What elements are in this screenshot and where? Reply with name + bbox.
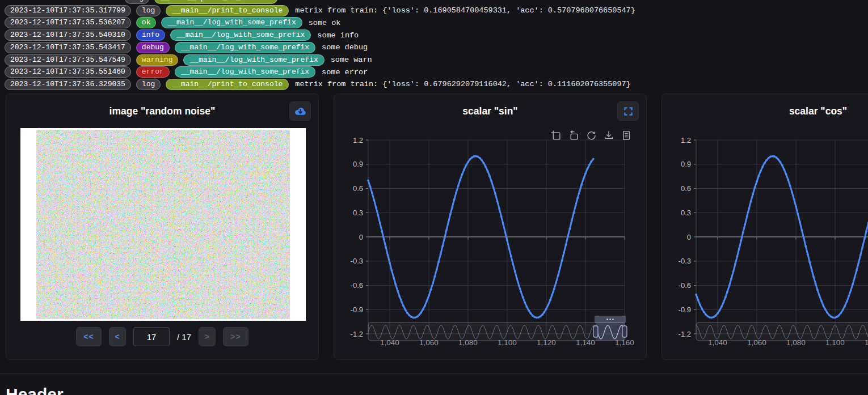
log-row: log __main__/print_to_console [5, 0, 635, 4]
log-message: some info [317, 31, 359, 40]
log-message: some error [322, 68, 368, 77]
log-prefix-badge: __main__/print_to_console [154, 0, 277, 4]
sin-chart-card: scalar "sin" 1.20.90.60.30-0.3-0.6-0.9 [334, 94, 647, 360]
download-image-button[interactable] [289, 101, 311, 121]
log-level-badge: warning [136, 54, 179, 66]
data-view-icon[interactable] [621, 130, 631, 141]
chart-toolbar [551, 130, 631, 141]
image-frame [20, 128, 306, 321]
page-number-input[interactable] [133, 327, 170, 346]
svg-text:-0.3: -0.3 [679, 257, 691, 265]
log-row: 2023-12-10T17:37:36.329035 log __main__/… [5, 79, 635, 90]
log-timestamp: 2023-12-10T17:37:35.540310 [5, 29, 131, 41]
first-page-button[interactable]: << [76, 327, 102, 346]
svg-text:1.2: 1.2 [353, 136, 363, 145]
svg-text:-1.2: -1.2 [679, 330, 691, 338]
log-prefix-badge: __main__/log_with_some_prefix [161, 17, 302, 28]
log-level-badge: log [136, 5, 161, 16]
random-noise-image [36, 130, 290, 319]
cards-row: image "random noise" << < [6, 94, 868, 360]
svg-text:-0.3: -0.3 [351, 257, 363, 265]
log-prefix-badge: __main__/print_to_console [166, 79, 289, 90]
log-row: 2023-12-10T17:37:35.540310 info __main__… [5, 29, 635, 41]
cloud-download-icon [294, 107, 306, 116]
svg-text:-0.9: -0.9 [679, 305, 691, 314]
cos-chart-title: scalar "cos" [662, 105, 868, 117]
cos-chart-canvas[interactable]: 1.20.90.60.30-0.3-0.6-0.9-1.21,0401,0601… [662, 134, 868, 360]
log-prefix-badge: __main__/log_with_some_prefix [175, 66, 315, 78]
log-level-badge: log [136, 79, 161, 90]
svg-text:0.6: 0.6 [353, 184, 363, 193]
image-card: image "random noise" << < [6, 94, 319, 360]
svg-text:0: 0 [687, 233, 691, 241]
log-timestamp: 2023-12-10T17:37:35.543417 [5, 42, 131, 53]
zoom-select-icon[interactable] [551, 130, 561, 141]
svg-text:-1.2: -1.2 [351, 330, 363, 338]
log-prefix-badge: __main__/log_with_some_prefix [170, 29, 311, 41]
last-page-button[interactable]: >> [223, 327, 248, 346]
svg-text:0.6: 0.6 [681, 184, 691, 193]
prev-page-button[interactable]: < [109, 327, 126, 346]
log-timestamp: 2023-12-10T17:37:35.317799 [5, 5, 131, 16]
svg-text:0.3: 0.3 [681, 209, 691, 217]
sin-chart-title: scalar "sin" [334, 105, 646, 117]
log-row: 2023-12-10T17:37:35.551460 error __main_… [5, 66, 635, 78]
save-image-icon[interactable] [604, 130, 614, 141]
cos-chart-card: scalar "cos" 1.20.90.60.30-0.3-0.6-0.9 [661, 94, 868, 360]
svg-text:0.3: 0.3 [353, 209, 363, 217]
svg-text:-0.6: -0.6 [351, 281, 363, 290]
log-level-badge: error [136, 66, 170, 78]
log-row: 2023-12-10T17:37:35.543417 debug __main_… [5, 42, 635, 53]
log-prefix-badge: __main__/log_with_some_prefix [183, 54, 324, 66]
log-row: 2023-12-10T17:37:35.536207 ok __main__/l… [5, 17, 635, 28]
next-page-button[interactable]: > [199, 327, 216, 346]
svg-text:0: 0 [359, 233, 363, 241]
log-message: metrix from train: {'loss': 0.6796292079… [295, 80, 630, 88]
log-message: some ok [309, 19, 341, 27]
log-message: some warn [331, 56, 372, 64]
sin-chart-canvas[interactable]: 1.20.90.60.30-0.3-0.6-0.9-1.21,0401,0601… [334, 134, 647, 360]
expand-chart-button[interactable] [617, 101, 639, 121]
log-level-badge: debug [136, 42, 170, 53]
log-timestamp: 2023-12-10T17:37:35.536207 [5, 17, 131, 28]
svg-text:0.9: 0.9 [353, 160, 363, 168]
log-level-badge: log [125, 0, 149, 4]
image-pagination: << < / 17 > >> [6, 327, 318, 346]
log-timestamp: 2023-12-10T17:37:35.547549 [5, 54, 131, 66]
fullscreen-icon [623, 107, 633, 116]
svg-text:0.9: 0.9 [681, 160, 691, 168]
log-timestamp: 2023-12-10T17:37:36.329035 [5, 79, 131, 90]
log-row: 2023-12-10T17:37:35.547549 warning __mai… [5, 54, 635, 65]
zoom-reset-icon[interactable] [568, 130, 579, 141]
svg-text:1.2: 1.2 [681, 136, 691, 145]
footer-heading: Header [6, 385, 64, 395]
log-list: log __main__/print_to_console 2023-12-10… [5, 0, 635, 90]
log-level-badge: ok [136, 17, 157, 28]
log-prefix-badge: __main__/log_with_some_prefix [175, 42, 315, 53]
log-level-badge: info [136, 29, 165, 41]
svg-text:-0.9: -0.9 [351, 305, 363, 314]
svg-text:-0.6: -0.6 [679, 281, 691, 290]
log-timestamp: 2023-12-10T17:37:35.551460 [5, 66, 131, 78]
section-divider [0, 373, 868, 374]
log-row: 2023-12-10T17:37:35.317799 log __main__/… [5, 5, 635, 16]
log-message: metrix from train: {'loss': 0.1690584700… [295, 6, 635, 15]
restore-icon[interactable] [586, 130, 596, 141]
log-message: some debug [322, 43, 368, 52]
page-total-label: / 17 [177, 332, 191, 342]
image-card-title: image "random noise" [6, 105, 318, 117]
log-prefix-badge: __main__/print_to_console [166, 5, 289, 16]
